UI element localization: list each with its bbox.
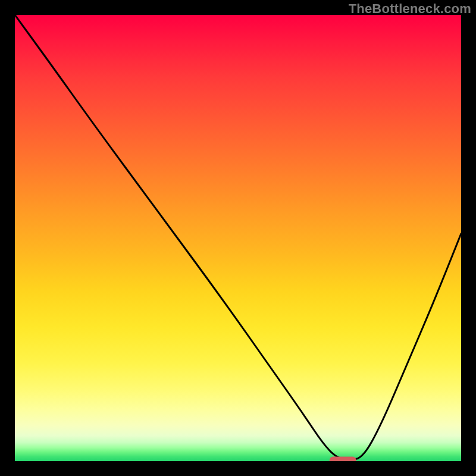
min-marker [330,457,356,462]
bottleneck-curve-path [15,15,461,459]
curve-overlay [15,15,461,461]
chart-container: TheBottleneck.com [0,0,476,476]
watermark-text: TheBottleneck.com [349,1,471,17]
